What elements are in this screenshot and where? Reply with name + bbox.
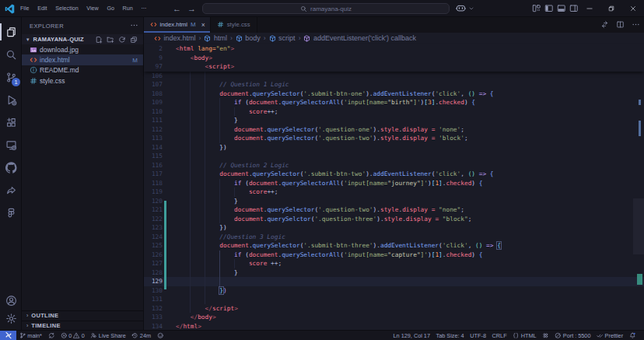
copilot-button[interactable]	[456, 3, 474, 13]
breadcrumb-script[interactable]: script	[269, 34, 296, 42]
folder-section-header[interactable]: ▾ RAMAYANA-QUIZ	[22, 34, 143, 44]
file-download.jpg[interactable]: download.jpg	[22, 44, 143, 54]
file-label: index.html	[40, 56, 70, 64]
toggle-secondary-sidebar-icon[interactable]	[569, 4, 579, 13]
status-eol[interactable]: CRLF	[489, 331, 510, 340]
html-file-icon	[154, 35, 161, 42]
activity-extensions[interactable]	[0, 111, 22, 133]
activity-source-control[interactable]: 1	[0, 66, 22, 88]
vscode-logo-icon[interactable]	[5, 4, 14, 13]
more-actions-icon[interactable]	[130, 21, 138, 30]
line-number: 127	[144, 259, 163, 268]
status-prettier[interactable]: Prettier	[593, 331, 626, 340]
close-icon[interactable]: ×	[201, 21, 205, 29]
menu-run[interactable]: Run	[118, 0, 137, 17]
activity-github[interactable]	[0, 156, 22, 178]
more-actions-icon	[130, 21, 138, 30]
back-arrow-icon[interactable]: ←	[173, 4, 181, 13]
refresh-icon[interactable]	[118, 36, 126, 44]
status-feedback[interactable]	[154, 331, 166, 340]
tab-index.html[interactable]: index.htmlM×	[144, 17, 211, 33]
status-indentation[interactable]: Tab Size: 4	[433, 331, 467, 340]
status-extension-clover[interactable]	[539, 331, 551, 340]
toggle-panel-icon[interactable]	[557, 4, 566, 13]
close-button[interactable]	[622, 0, 644, 17]
activity-search[interactable]	[0, 44, 22, 65]
line-number: 106	[144, 72, 163, 81]
error-icon	[61, 332, 68, 339]
breadcrumb-body[interactable]: body	[236, 34, 261, 42]
files-icon	[5, 26, 17, 38]
activity-run-debug[interactable]	[0, 89, 22, 110]
breadcrumb-html[interactable]: html	[204, 34, 227, 42]
status-live-share[interactable]: Live Share	[88, 331, 129, 340]
code-line-109: 109 if (document.querySelectorAll('input…	[144, 98, 644, 107]
status-problems[interactable]: 00	[58, 331, 88, 340]
minimize-button[interactable]	[579, 0, 600, 17]
menu-selection[interactable]: Selection	[51, 0, 82, 17]
menu-more[interactable]: ⋯	[137, 0, 151, 17]
toggle-sidebar-icon[interactable]	[544, 4, 554, 13]
menu-view[interactable]: View	[82, 0, 103, 17]
file-style.css[interactable]: style.css	[22, 75, 143, 86]
new-file-icon[interactable]	[95, 36, 103, 44]
indent-guide	[205, 295, 205, 304]
code-area[interactable]: 106107 // Question 1 Logic108 document.q…	[144, 72, 644, 331]
code-line-122: 122 document.querySelctor('.question-thr…	[144, 215, 644, 224]
split-editor-icon[interactable]	[616, 20, 625, 29]
tab-label: index.html	[160, 21, 188, 28]
line-number: 116	[144, 161, 163, 170]
code-text: })	[176, 286, 227, 296]
activity-bar: 1	[0, 17, 22, 330]
forward-arrow-icon[interactable]: →	[187, 4, 196, 13]
command-center-search[interactable]: ramayana-quiz	[202, 3, 450, 14]
copilot-icon	[456, 3, 466, 13]
image-file-icon	[30, 46, 37, 54]
activity-live-share[interactable]	[0, 179, 22, 201]
tab-style.css[interactable]: style.css	[211, 17, 257, 33]
line-number: 120	[144, 197, 163, 206]
menu-go[interactable]: Go	[103, 0, 118, 17]
activity-figma[interactable]	[0, 202, 22, 223]
status-live-server-port[interactable]: Port : 5500	[551, 331, 593, 340]
activity-explorer[interactable]	[0, 21, 22, 43]
explorer-action-icons	[95, 36, 138, 44]
activity-remote-explorer[interactable]	[0, 134, 22, 156]
code-text: document.querySelector('.submit-btn-thre…	[176, 241, 501, 251]
line-number: 133	[144, 313, 163, 322]
toggle-secondary-sidebar-icon	[569, 4, 579, 13]
line-number: 109	[144, 98, 163, 107]
menu-edit[interactable]: Edit	[33, 0, 51, 17]
status-git-branch[interactable]: main*	[16, 331, 45, 340]
status-cursor-position[interactable]: Ln 129, Col 17	[390, 331, 433, 340]
remote-icon	[5, 331, 12, 339]
git-modified-badge: M	[132, 57, 138, 64]
breadcrumb-separator: ›	[264, 34, 266, 42]
chevron-down-icon	[468, 5, 474, 12]
open-changes-icon[interactable]	[600, 20, 609, 29]
collapse-all-icon[interactable]	[130, 36, 138, 44]
indent-guide	[190, 277, 191, 286]
status-sync[interactable]	[45, 331, 58, 340]
figma-icon	[5, 207, 17, 219]
panel-outline[interactable]: ›OUTLINE	[22, 310, 143, 321]
panel-timeline[interactable]: ›TIMELINE	[22, 321, 143, 331]
status-timer[interactable]: 24m	[129, 331, 154, 340]
new-folder-icon[interactable]	[107, 36, 114, 44]
file-index.html[interactable]: index.htmlM	[22, 54, 143, 65]
maximize-button[interactable]	[600, 0, 622, 17]
file-README.md[interactable]: README.md	[22, 65, 143, 75]
code-text: //Question 3 Logic	[176, 233, 285, 242]
status-notifications[interactable]	[626, 331, 639, 340]
customize-layout-icon[interactable]	[532, 4, 541, 13]
scrollbar-thumb[interactable]	[633, 198, 644, 254]
status-remote-indicator[interactable]	[0, 331, 16, 340]
status-language-mode[interactable]: HTML	[509, 331, 539, 340]
activity-settings[interactable]	[0, 308, 22, 330]
breadcrumb-index.html[interactable]: index.html	[154, 34, 196, 42]
indent-guide	[190, 72, 191, 81]
status-encoding[interactable]: UTF-8	[467, 331, 488, 340]
breadcrumb-callback[interactable]: addEventListener('click') callback	[303, 34, 416, 42]
breadcrumb-label: script	[278, 34, 296, 42]
menu-file[interactable]: File	[16, 0, 33, 17]
